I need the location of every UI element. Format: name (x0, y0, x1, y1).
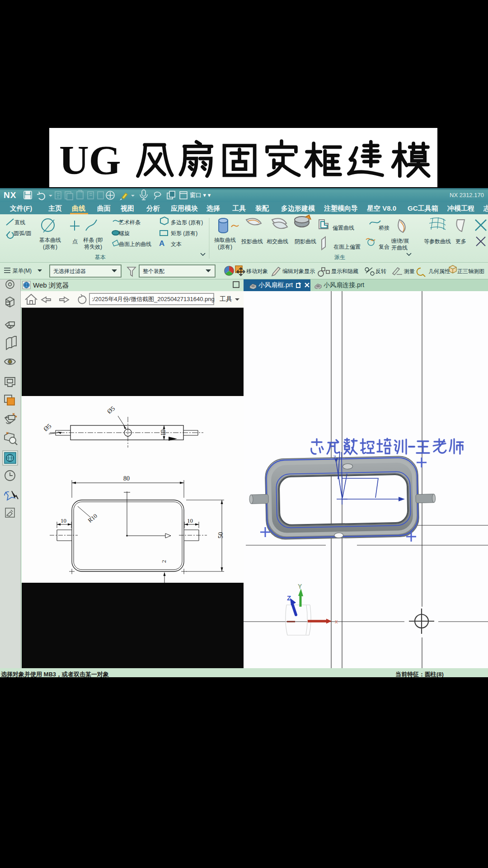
svg-text:UG: UG (59, 137, 121, 183)
svg-text:R10: R10 (87, 512, 99, 524)
svg-text:Z: Z (287, 594, 291, 602)
svg-text:10: 10 (187, 517, 193, 524)
svg-text:Z: Z (333, 455, 336, 460)
svg-text:Y: Y (298, 583, 302, 590)
svg-text:Ø5: Ø5 (106, 405, 116, 415)
svg-text:2: 2 (160, 560, 167, 563)
svg-text:50: 50 (217, 532, 224, 538)
svg-text:80: 80 (123, 475, 130, 482)
svg-text:A: A (159, 239, 164, 248)
svg-text:x: x (335, 618, 338, 625)
svg-text:10: 10 (61, 517, 66, 524)
svg-text:10: 10 (160, 429, 167, 436)
svg-text:Ø5: Ø5 (42, 422, 53, 432)
